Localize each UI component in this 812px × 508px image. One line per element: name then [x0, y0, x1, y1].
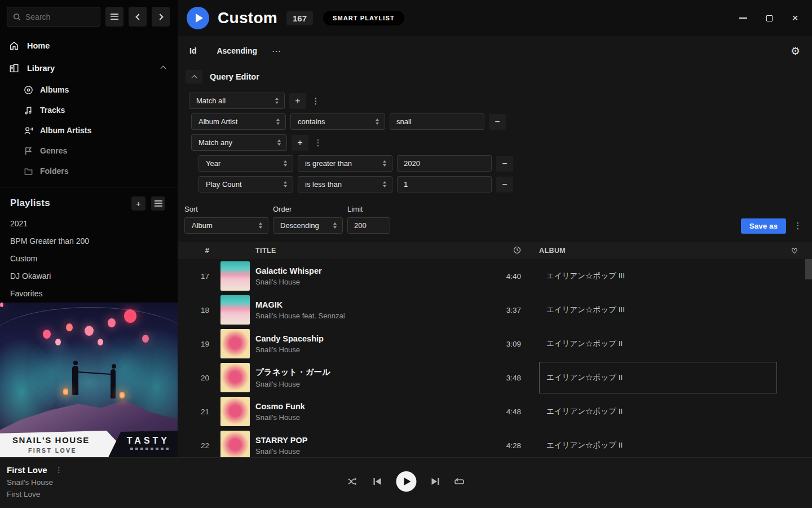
track-row[interactable]: 19 Candy Spaceship Snail's House 3:09 エイ…	[178, 327, 812, 361]
rule-operator-select[interactable]: is greater than	[298, 155, 392, 172]
column-header-favorite[interactable]: ♡	[777, 247, 812, 255]
sort-direction-button[interactable]: Ascending	[217, 46, 257, 55]
close-button[interactable]: ×	[791, 14, 800, 23]
save-kebab-button[interactable]: ⋮	[793, 218, 803, 234]
save-as-button[interactable]: Save as	[741, 218, 786, 234]
list-toolbar: Id Ascending ⋯ ⚙	[178, 36, 812, 65]
track-number: 17	[178, 272, 211, 281]
track-album[interactable]: エイリアン☆ポップ III	[539, 260, 777, 292]
gear-icon[interactable]: ⚙	[791, 45, 800, 58]
previous-icon	[373, 478, 382, 485]
collapse-query-button[interactable]	[186, 70, 202, 84]
column-header-title[interactable]: TITLE	[255, 247, 484, 255]
playlist-item[interactable]: Favorites	[0, 285, 178, 303]
sort-value: Album	[192, 221, 213, 230]
sidebar-item-library[interactable]: Library	[0, 57, 178, 80]
playlist-item[interactable]: DJ Okawari	[0, 268, 178, 285]
remove-rule-button[interactable]: −	[496, 177, 513, 192]
column-header-duration[interactable]	[484, 246, 521, 256]
limit-input[interactable]	[347, 217, 390, 234]
next-button[interactable]	[431, 478, 440, 485]
group-kebab-button[interactable]: ⋮	[313, 135, 323, 151]
track-album[interactable]: エイリアン☆ポップ II	[539, 396, 777, 427]
rule-value-input[interactable]	[397, 176, 492, 192]
remove-rule-button[interactable]: −	[496, 156, 513, 172]
track-row[interactable]: 20 プラネット・ガール Snail's House 3:48 エイリアン☆ポッ…	[178, 361, 812, 395]
track-row[interactable]: 18 MAGIK Snail's House feat. Sennzai 3:3…	[178, 293, 812, 327]
track-duration: 4:40	[484, 272, 521, 281]
rule-operator-select[interactable]: contains	[290, 113, 385, 130]
track-title: プラネット・ガール	[255, 367, 484, 378]
hamburger-icon	[111, 14, 118, 20]
chevron-up-icon[interactable]	[161, 65, 166, 71]
rule-field-select[interactable]: Play Count	[198, 176, 293, 192]
add-rule-button[interactable]: +	[289, 93, 306, 109]
rule-field-select[interactable]: Year	[198, 155, 293, 172]
toolbar-more-button[interactable]: ⋯	[272, 46, 281, 56]
track-album[interactable]: エイリアン☆ポップ III	[539, 294, 777, 326]
play-playlist-button[interactable]	[187, 7, 209, 29]
add-playlist-button[interactable]: +	[131, 196, 145, 211]
match-select[interactable]: Match any	[191, 134, 287, 151]
sidebar-item-albums[interactable]: Albums	[0, 80, 178, 100]
menu-button[interactable]	[105, 7, 123, 27]
group-kebab-button[interactable]: ⋮	[311, 93, 321, 109]
column-header-number[interactable]: #	[178, 247, 211, 255]
track-album[interactable]: エイリアン☆ポップ II	[539, 430, 777, 459]
search-input[interactable]	[25, 12, 87, 21]
sidebar-item-folders[interactable]: Folders	[0, 161, 178, 181]
rule-value-input[interactable]	[397, 155, 492, 172]
limit-control: Limit	[347, 205, 390, 234]
track-album-thumbnail	[220, 363, 250, 392]
track-album-thumbnail	[220, 295, 250, 325]
chevron-up-icon	[191, 75, 197, 80]
sidebar-item-home[interactable]: Home	[0, 34, 178, 57]
rule-field-select[interactable]: Album Artist	[191, 113, 286, 130]
scrollbar-thumb[interactable]	[805, 259, 812, 279]
rule-operator-select[interactable]: is less than	[298, 176, 392, 192]
sort-select[interactable]: Album	[184, 217, 268, 234]
track-row[interactable]: 22 STARRY POP Snail's House 4:28 エイリアン☆ポ…	[178, 428, 812, 459]
playlist-item[interactable]: 2021	[0, 215, 178, 233]
play-pause-button[interactable]	[396, 471, 417, 492]
match-select[interactable]: Match all	[189, 93, 285, 109]
minimize-button[interactable]	[739, 14, 748, 23]
track-album[interactable]: エイリアン☆ポップ II	[539, 328, 777, 360]
playlist-list-button[interactable]	[151, 196, 165, 211]
order-select[interactable]: Descending	[273, 217, 343, 234]
repeat-button[interactable]	[454, 478, 465, 486]
track-duration: 4:48	[484, 408, 521, 416]
previous-button[interactable]	[373, 478, 382, 485]
maximize-button[interactable]	[765, 14, 774, 23]
sort-field-button[interactable]: Id	[189, 46, 196, 55]
rule-operator-value: is less than	[305, 180, 342, 189]
shuffle-button[interactable]	[348, 477, 359, 486]
sidebar-item-tracks[interactable]: Tracks	[0, 100, 178, 120]
query-rule-row: Year is greater than −	[198, 155, 803, 172]
search-box[interactable]	[7, 7, 100, 27]
playlists-header: Playlists +	[0, 192, 178, 215]
add-rule-button[interactable]: +	[292, 135, 308, 151]
track-row[interactable]: 17 Galactic Whisper Snail's House 4:40 エ…	[178, 259, 812, 293]
now-playing-album: First Love	[7, 490, 63, 498]
query-rule-row: Album Artist contains −	[191, 113, 803, 130]
album-art-banner: SNAIL'S HOUSE FIRST LOVE TASTY	[0, 431, 178, 457]
now-playing-album-art[interactable]: SNAIL'S HOUSE FIRST LOVE TASTY	[0, 303, 178, 457]
track-row[interactable]: 21 Cosmo Funk Snail's House 4:48 エイリアン☆ポ…	[178, 395, 812, 428]
rule-value-input[interactable]	[390, 113, 484, 130]
nav-back-button[interactable]	[129, 7, 147, 27]
track-title: MAGIK	[255, 300, 484, 309]
sidebar-item-genres[interactable]: Genres	[0, 141, 178, 161]
nav-forward-button[interactable]	[152, 7, 170, 27]
sidebar-item-album-artists[interactable]: Album Artists	[0, 120, 178, 141]
remove-rule-button[interactable]: −	[489, 114, 506, 130]
sort-control: Sort Album	[184, 205, 268, 234]
now-playing-kebab-button[interactable]: ⋮	[55, 466, 63, 474]
track-title: Galactic Whisper	[255, 266, 484, 275]
track-album-focused-cell[interactable]: エイリアン☆ポップ II	[539, 362, 777, 393]
watermark-subtext	[130, 448, 169, 450]
playlist-item[interactable]: Custom	[0, 250, 178, 268]
column-header-album[interactable]: ALBUM	[539, 247, 777, 255]
playlist-item[interactable]: BPM Greater than 200	[0, 233, 178, 250]
select-arrows-icon	[278, 181, 287, 187]
